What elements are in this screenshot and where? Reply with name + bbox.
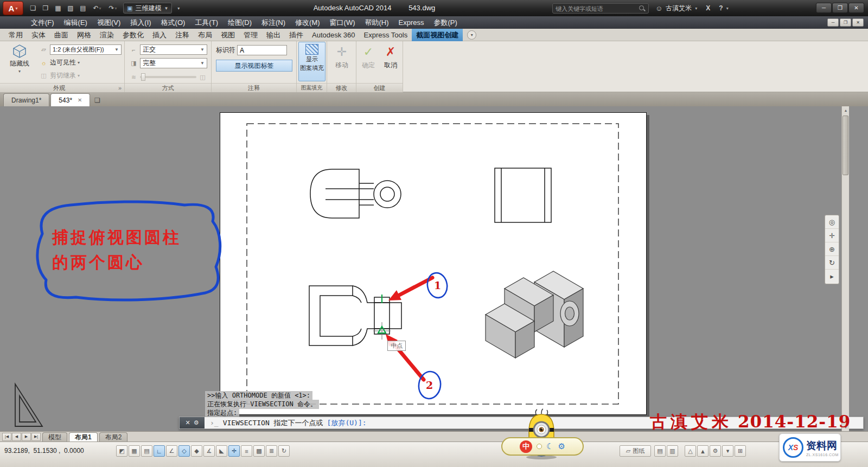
customize-command-icon[interactable]: ⚙ bbox=[194, 419, 199, 426]
scrollbar-thumb[interactable] bbox=[843, 116, 848, 175]
ribbon-tab-surface[interactable]: 曲面 bbox=[50, 29, 73, 41]
annotation-visibility-button[interactable]: △ bbox=[685, 445, 696, 457]
grid-display-toggle[interactable]: ▤ bbox=[141, 445, 152, 457]
ribbon-tab-section-view-create[interactable]: 截面视图创建 bbox=[412, 29, 463, 41]
moon-icon[interactable]: ☾ bbox=[546, 442, 553, 451]
menu-express[interactable]: Express bbox=[394, 16, 429, 29]
tab-layout1[interactable]: 布局1 bbox=[69, 432, 98, 442]
workspace-switcher[interactable]: ▣ 三维建模 ▼ bbox=[123, 3, 172, 14]
paper-model-toggle[interactable]: ▱ 图纸 bbox=[620, 445, 651, 457]
hidden-lines-button[interactable]: 隐藏线 ▾ bbox=[2, 41, 37, 74]
menu-modify[interactable]: 修改(M) bbox=[290, 16, 325, 29]
cancel-button[interactable]: ✗ 取消 bbox=[380, 42, 401, 71]
ribbon-tab-autodesk-360[interactable]: Autodesk 360 bbox=[308, 29, 360, 41]
ok-button[interactable]: ✓ 确定 bbox=[358, 42, 379, 71]
panel-label-hatch[interactable]: 图案填充 bbox=[297, 83, 327, 92]
menu-dimension[interactable]: 标注(N) bbox=[257, 16, 290, 29]
showmotion-icon[interactable]: ▸ bbox=[825, 270, 839, 283]
ribbon-tab-view[interactable]: 视图 bbox=[216, 29, 239, 41]
qat-customize-button[interactable]: ▾ bbox=[173, 3, 184, 14]
file-tab-drawing1[interactable]: Drawing1* bbox=[3, 93, 49, 106]
minimize-button[interactable]: ─ bbox=[816, 3, 832, 13]
depth-combo[interactable]: 完整 ▼ bbox=[140, 58, 207, 68]
ribbon-tab-render[interactable]: 渲染 bbox=[95, 29, 118, 41]
snap-mode-toggle[interactable]: ▦ bbox=[129, 445, 140, 457]
open-file-button[interactable]: ❒ bbox=[40, 3, 52, 14]
new-file-button[interactable]: ❏ bbox=[27, 3, 39, 14]
menu-window[interactable]: 窗口(W) bbox=[325, 16, 360, 29]
dynamic-ucs-toggle[interactable]: ◣ bbox=[216, 445, 227, 457]
3d-object-snap-toggle[interactable]: ◆ bbox=[191, 445, 202, 457]
last-layout-icon[interactable]: ▶| bbox=[31, 433, 41, 441]
search-input[interactable] bbox=[556, 5, 636, 12]
dynamic-input-toggle[interactable]: ✛ bbox=[228, 445, 240, 457]
selection-cycling-toggle[interactable]: ↻ bbox=[278, 445, 290, 457]
ribbon-tab-annotate[interactable]: 注释 bbox=[171, 29, 194, 41]
ribbon-tab-layout[interactable]: 布局 bbox=[194, 29, 216, 41]
file-tab-543[interactable]: 543* ✕ bbox=[50, 93, 90, 106]
ribbon-minimize-button[interactable]: ▾ bbox=[467, 30, 476, 40]
workspace-switching-button[interactable]: ⚙ bbox=[710, 445, 721, 457]
transparency-toggle[interactable]: ▩ bbox=[253, 445, 265, 457]
ribbon-tab-output[interactable]: 输出 bbox=[262, 29, 285, 41]
menu-file[interactable]: 文件(F) bbox=[26, 16, 59, 29]
ime-settings-icon[interactable]: ⚙ bbox=[558, 442, 565, 451]
first-layout-icon[interactable]: |◀ bbox=[2, 433, 11, 441]
menu-tools[interactable]: 工具(T) bbox=[190, 16, 223, 29]
help-icon[interactable]: ? bbox=[719, 4, 723, 12]
ribbon-tab-mesh[interactable]: 网格 bbox=[73, 29, 95, 41]
annotation-autoscale-button[interactable]: ▲ bbox=[697, 445, 709, 457]
infer-constraints-toggle[interactable]: ◩ bbox=[116, 445, 127, 457]
close-command-icon[interactable]: ✕ bbox=[185, 419, 190, 426]
quick-view-drawings-button[interactable]: ▥ bbox=[667, 445, 678, 457]
ribbon-tab-parametric[interactable]: 参数化 bbox=[118, 29, 148, 41]
panel-label-appearance[interactable]: 外观 » bbox=[0, 83, 124, 92]
identifier-input[interactable] bbox=[237, 45, 287, 55]
exchange-apps-icon[interactable]: X bbox=[706, 4, 710, 12]
navigation-wheel-icon[interactable]: ◎ bbox=[825, 215, 839, 229]
signin-user-name[interactable]: 古滇艾米 bbox=[666, 4, 692, 13]
quick-properties-toggle[interactable]: ≣ bbox=[266, 445, 277, 457]
close-button[interactable]: ✕ bbox=[848, 3, 864, 13]
doc-restore-button[interactable]: ❐ bbox=[840, 18, 851, 27]
doc-minimize-button[interactable]: ─ bbox=[827, 18, 839, 27]
panel-label-annotation[interactable]: 注释 bbox=[212, 83, 296, 92]
ribbon-tab-express-tools[interactable]: Express Tools bbox=[360, 29, 412, 41]
new-drawing-tab-button[interactable]: ❏ bbox=[91, 94, 103, 106]
object-snap-tracking-toggle[interactable]: ∡ bbox=[203, 445, 215, 457]
show-hatch-button[interactable]: 显示 图案填充 bbox=[298, 42, 326, 81]
ribbon-tab-solid[interactable]: 实体 bbox=[27, 29, 50, 41]
next-layout-icon[interactable]: ▶ bbox=[22, 433, 31, 441]
tab-layout2[interactable]: 布局2 bbox=[99, 432, 128, 442]
panel-label-modify[interactable]: 修改 bbox=[327, 83, 356, 92]
ortho-mode-toggle[interactable]: ∟ bbox=[154, 445, 165, 457]
status-bar-menu-button[interactable]: ▾ bbox=[722, 445, 733, 457]
save-as-button[interactable]: ▧ bbox=[65, 3, 76, 14]
quick-view-layouts-button[interactable]: ▤ bbox=[654, 445, 666, 457]
move-button[interactable]: ✛ 移动 bbox=[329, 42, 355, 71]
orbit-icon[interactable]: ↻ bbox=[825, 256, 839, 270]
close-tab-icon[interactable]: ✕ bbox=[78, 97, 82, 103]
menu-edit[interactable]: 编辑(E) bbox=[59, 16, 92, 29]
slider-thumb[interactable] bbox=[141, 73, 145, 81]
ribbon-tab-home[interactable]: 常用 bbox=[4, 29, 27, 41]
menu-view[interactable]: 视图(V) bbox=[92, 16, 125, 29]
show-view-label-button[interactable]: 显示视图标签 bbox=[216, 60, 292, 72]
command-prompt-option[interactable]: [放弃(U)]: bbox=[327, 418, 367, 428]
view-scale-combo[interactable]: 1:2 (来自父视图(F)) ▼ bbox=[50, 44, 122, 55]
plot-button[interactable]: ▤ bbox=[77, 3, 89, 14]
ime-chinese-indicator[interactable]: 中 bbox=[520, 440, 532, 453]
ribbon-tab-manage[interactable]: 管理 bbox=[239, 29, 262, 41]
depth-slider[interactable] bbox=[140, 76, 196, 78]
application-menu-button[interactable]: A ▾ bbox=[3, 1, 23, 15]
restore-button[interactable]: ❐ bbox=[832, 3, 848, 13]
redo-button[interactable]: ↷▾ bbox=[105, 3, 120, 14]
projection-combo[interactable]: 正交 ▼ bbox=[140, 44, 207, 55]
polar-tracking-toggle[interactable]: ∠ bbox=[166, 445, 177, 457]
save-button[interactable]: ▦ bbox=[52, 3, 64, 14]
zoom-icon[interactable]: ⊕ bbox=[825, 242, 839, 256]
scroll-up-icon[interactable]: ▲ bbox=[842, 106, 850, 114]
prev-layout-icon[interactable]: ◀ bbox=[12, 433, 21, 441]
pan-icon[interactable]: ✛ bbox=[825, 229, 839, 242]
menu-help[interactable]: 帮助(H) bbox=[360, 16, 394, 29]
